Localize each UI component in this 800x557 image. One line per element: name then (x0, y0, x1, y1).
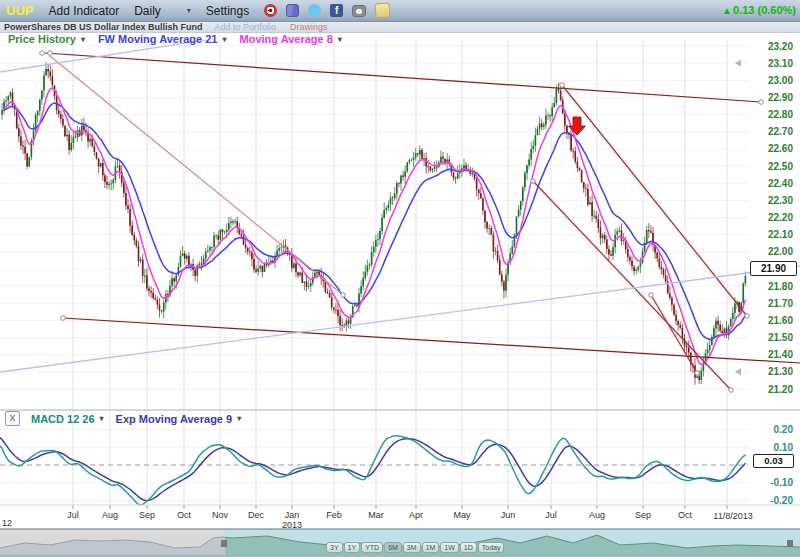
price-tick-label: 22.60 (768, 143, 793, 154)
price-tick-label: 23.20 (768, 41, 793, 52)
toolbar-icons (264, 3, 390, 18)
notes-icon[interactable] (375, 2, 391, 18)
range-button-1y[interactable]: 1Y (344, 542, 361, 553)
month-label: Oct (678, 510, 693, 520)
chevron-down-icon[interactable]: ▾ (223, 35, 227, 44)
price-tick-label: 23.10 (768, 58, 793, 69)
price-tick-label: 21.50 (768, 332, 793, 343)
price-plot (0, 36, 800, 392)
macd-tick-label: -0.10 (770, 477, 793, 488)
month-label: Aug (589, 510, 605, 520)
chevron-down-icon[interactable]: ▾ (187, 6, 191, 15)
ma21-dropdown[interactable]: FW Moving Average 21 (98, 33, 218, 45)
chevron-down-icon[interactable]: ▾ (81, 35, 85, 44)
period-dropdown[interactable]: Daily (134, 4, 161, 18)
range-button-today[interactable]: Today (478, 542, 505, 553)
macd-plot (0, 436, 748, 505)
channel-line-2-anchor[interactable] (729, 388, 734, 393)
price-tick-label: 21.70 (768, 298, 793, 309)
price-tick-label: 21.20 (768, 384, 793, 395)
range-button-3m[interactable]: 3M (403, 542, 421, 553)
ema-dropdown[interactable]: Exp Moving Average 9 (116, 413, 233, 425)
up-arrow-icon: ▲ (722, 5, 732, 16)
channel-line-1-anchor[interactable] (560, 83, 565, 88)
chevron-down-icon[interactable]: ▾ (338, 35, 342, 44)
chevron-down-icon[interactable]: ▾ (237, 414, 241, 423)
drawings-link[interactable]: Drawings (290, 22, 328, 32)
range-button-3y[interactable]: 3Y (326, 542, 343, 553)
chevron-down-icon[interactable]: ▾ (100, 414, 104, 423)
range-button-1m[interactable]: 1M (422, 542, 440, 553)
price-history-dropdown[interactable]: Price History (8, 33, 76, 45)
channel-line-1-anchor[interactable] (745, 314, 750, 319)
month-label: Sep (635, 510, 651, 520)
price-tick-label: 22.90 (768, 92, 793, 103)
price-tick-label: 22.30 (768, 195, 793, 206)
alarm-icon[interactable] (264, 4, 277, 17)
range-button-ytd[interactable]: YTD (361, 542, 383, 553)
upper-trendline[interactable] (45, 53, 761, 102)
lower-trendline[interactable] (63, 318, 800, 363)
price-tick-label: 21.30 (768, 366, 793, 377)
month-label: Feb (326, 510, 342, 520)
channel-line-2-anchor[interactable] (531, 179, 536, 184)
month-label: Mar (368, 510, 384, 520)
facebook-icon[interactable] (330, 4, 343, 17)
price-tick-label: 21.60 (768, 315, 793, 326)
price-tick-label: 22.20 (768, 212, 793, 223)
current-price-box: 21.90 (750, 261, 797, 276)
nav-left-handle[interactable] (221, 540, 227, 547)
price-tick-label: 21.80 (768, 281, 793, 292)
journal-icon[interactable] (286, 4, 299, 17)
twitter-icon[interactable] (308, 4, 321, 17)
month-label: Sep (139, 510, 155, 520)
range-button-1d[interactable]: 1D (460, 542, 477, 553)
steep-salmon-trendline[interactable] (50, 56, 343, 295)
month-label: Dec (248, 510, 265, 520)
nav-right-handle[interactable] (787, 540, 793, 547)
axis-marker-icon[interactable] (735, 60, 741, 67)
range-button-1w[interactable]: 1W (440, 542, 459, 553)
add-to-portfolio-link[interactable]: Add to Portfolio (215, 22, 277, 32)
upper-trendline-anchor[interactable] (48, 51, 53, 56)
macd-tick-label: 0.10 (774, 442, 794, 453)
channel-line-2[interactable] (533, 181, 731, 390)
macd-line (0, 436, 746, 505)
candle-wicks-up (2, 62, 745, 384)
price-tick-label: 22.50 (768, 161, 793, 172)
channel-line-3-anchor[interactable] (649, 293, 654, 298)
range-button-6m[interactable]: 6M (384, 542, 402, 553)
price-tick-label: 21.40 (768, 349, 793, 360)
price-tick-label: 22.10 (768, 229, 793, 240)
settings-button[interactable]: Settings (206, 4, 249, 18)
lower-trendline-anchor[interactable] (61, 316, 66, 321)
price-tick-label: 22.70 (768, 126, 793, 137)
month-label: Aug (102, 510, 118, 520)
month-label: Jul (67, 510, 79, 520)
steep-salmon-trendline-anchor[interactable] (341, 293, 346, 298)
chart-canvas: JulAugSepOctNovDecJanFebMarAprMayJunJulA… (0, 0, 800, 557)
ma8-line (2, 88, 745, 365)
indicator-header-row: Price History ▾ FW Moving Average 21 ▾ M… (8, 33, 355, 45)
chart-application-window: JulAugSepOctNovDecJanFebMarAprMayJunJulA… (0, 0, 800, 557)
symbol-input[interactable]: UUP (6, 3, 33, 18)
fund-name: PowerShares DB US Dollar Index Bullish F… (4, 22, 203, 32)
ma21-line (2, 103, 745, 339)
candle-bodies-up (1, 69, 746, 380)
channel-line-3-anchor[interactable] (695, 371, 700, 376)
macd-tick-label: 0.20 (774, 424, 794, 435)
month-label: Jun (501, 510, 516, 520)
month-label: Nov (212, 510, 229, 520)
current-macd-box: 0.03 (753, 454, 794, 468)
close-icon[interactable]: X (5, 411, 20, 426)
macd-dropdown[interactable]: MACD 12 26 (31, 413, 95, 425)
macd-tick-label: -0.20 (770, 495, 793, 506)
add-indicator-button[interactable]: Add Indicator (48, 4, 119, 18)
axis-marker-icon[interactable] (735, 368, 741, 375)
range-buttons: 3Y1YYTD6M3M1M1W1DToday (326, 542, 504, 553)
last-date-label: 11/8/2013 (713, 511, 752, 521)
camera-icon[interactable] (352, 5, 366, 17)
upper-trendline-anchor[interactable] (759, 100, 764, 105)
ma8-dropdown[interactable]: Moving Average 8 (240, 33, 333, 45)
upper-trendline-anchor[interactable] (40, 51, 45, 56)
